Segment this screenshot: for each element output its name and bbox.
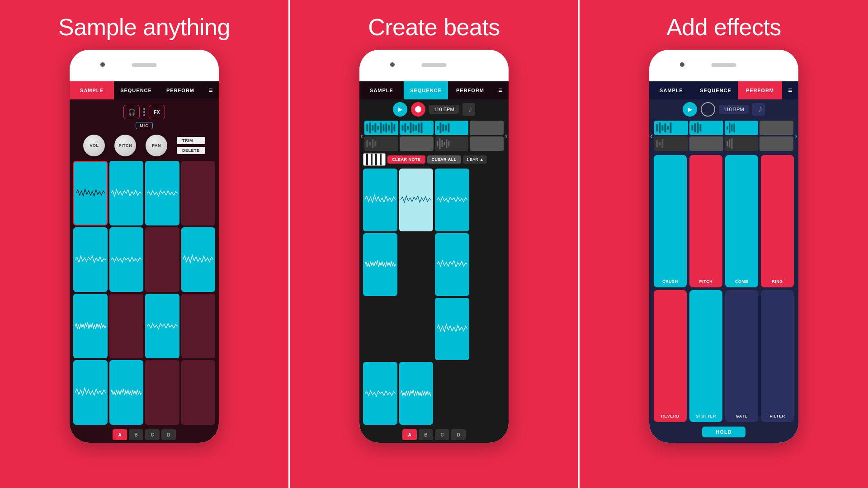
perf-pattern-3[interactable] <box>725 121 759 135</box>
play-button[interactable]: ▶ <box>393 102 407 117</box>
seq-pad-1-4[interactable] <box>471 169 505 231</box>
fx-stutter[interactable]: STUTTER <box>689 290 722 422</box>
perform-arrow-left[interactable]: ‹ <box>649 131 654 141</box>
menu-icon-2[interactable]: ≡ <box>492 81 509 99</box>
seq-pad-1-2[interactable] <box>399 169 434 231</box>
seq-pad-4-1[interactable] <box>363 362 397 425</box>
menu-icon-1[interactable]: ≡ <box>203 81 219 99</box>
pattern-arrow-right[interactable]: › <box>504 131 509 141</box>
fx-reverb[interactable]: REVERB <box>654 290 687 422</box>
perf-pattern-1[interactable] <box>654 121 688 135</box>
pad-2-2[interactable] <box>109 227 144 292</box>
seq-pad-3-1[interactable] <box>363 298 397 361</box>
perform-arrow-right[interactable]: › <box>793 131 798 141</box>
pattern-1[interactable] <box>364 121 398 135</box>
pad-3-3[interactable] <box>145 294 179 358</box>
btab-d-2[interactable]: D <box>451 429 466 440</box>
seq-pad-4-4[interactable] <box>471 362 505 425</box>
bar-selector[interactable]: 1 BAR ▲ <box>463 155 487 164</box>
fx-button[interactable]: FX <box>149 105 165 119</box>
bpm-display[interactable]: 110 BPM <box>429 105 458 114</box>
perf-pattern-8[interactable] <box>760 136 793 151</box>
fx-filter[interactable]: FILTER <box>761 290 794 422</box>
perf-pattern-4[interactable] <box>760 121 793 135</box>
pad-4-4[interactable] <box>181 360 216 425</box>
perf-pattern-7[interactable] <box>725 136 759 151</box>
pad-3-2[interactable] <box>109 294 144 358</box>
tab-sample-3[interactable]: SAMPLE <box>649 81 693 99</box>
seq-pad-4-3[interactable] <box>435 362 469 425</box>
tab-sequence-1[interactable]: SEQUENCE <box>114 81 158 99</box>
perform-bpm[interactable]: 110 BPM <box>719 105 748 114</box>
fx-crush[interactable]: CRUSH <box>654 155 687 287</box>
fx-comb[interactable]: COMB <box>725 155 758 287</box>
pad-4-2[interactable] <box>109 360 144 425</box>
metronome-button[interactable]: 𝅘𝅥𝅮 <box>462 103 475 116</box>
pattern-3[interactable] <box>435 121 469 135</box>
pad-4-1[interactable] <box>73 360 108 425</box>
pad-1-2[interactable] <box>109 161 144 225</box>
pattern-arrow-left[interactable]: ‹ <box>359 131 364 141</box>
perf-pattern-5[interactable] <box>654 136 688 151</box>
seq-pad-3-3[interactable] <box>435 298 469 361</box>
perform-play-button[interactable]: ▶ <box>683 102 697 117</box>
fx-ring[interactable]: RING <box>761 155 794 287</box>
pattern-2[interactable] <box>400 121 434 135</box>
perform-rec-button[interactable] <box>701 102 715 117</box>
pad-2-4[interactable] <box>181 227 216 292</box>
clear-note-button[interactable]: CLEAR NOTE <box>387 155 425 164</box>
perf-pattern-2[interactable] <box>689 121 723 135</box>
tab-perform-3[interactable]: PERFORM <box>738 81 782 99</box>
trim-button[interactable]: TRIM <box>177 137 205 144</box>
fx-pitch[interactable]: PITCH <box>689 155 722 287</box>
pattern-5[interactable] <box>364 136 398 151</box>
btab-a-1[interactable]: A <box>113 429 127 440</box>
btab-d-1[interactable]: D <box>161 429 176 440</box>
perf-pattern-6[interactable] <box>689 136 723 151</box>
btab-a-2[interactable]: A <box>402 429 417 440</box>
btab-c-2[interactable]: C <box>435 429 449 440</box>
tab-perform-1[interactable]: PERFORM <box>158 81 203 99</box>
pitch-knob[interactable]: PITCH <box>114 135 136 156</box>
tab-sample-2[interactable]: SAMPLE <box>359 81 404 99</box>
pattern-6[interactable] <box>400 136 434 151</box>
delete-button[interactable]: DELETE <box>177 147 205 154</box>
hold-button[interactable]: HOLD <box>702 427 745 437</box>
btab-c-1[interactable]: C <box>145 429 160 440</box>
fx-gate[interactable]: GATE <box>725 290 758 422</box>
pad-2-1[interactable] <box>73 227 108 292</box>
pad-4-3[interactable] <box>145 360 179 425</box>
pattern-7[interactable] <box>435 136 469 151</box>
btab-b-2[interactable]: B <box>419 429 433 440</box>
seq-pad-2-1[interactable] <box>363 233 397 296</box>
pad-1-1[interactable] <box>73 161 108 225</box>
seq-pad-3-4[interactable] <box>471 298 505 361</box>
tab-sample-1[interactable]: SAMPLE <box>70 81 114 99</box>
piano-keys[interactable] <box>363 153 386 166</box>
seq-pad-1-1[interactable] <box>363 169 397 231</box>
seq-pad-4-2[interactable] <box>399 362 434 425</box>
seq-pad-2-3[interactable] <box>435 233 469 296</box>
headphone-icon[interactable]: 🎧 <box>123 105 140 119</box>
clear-all-button[interactable]: CLEAR ALL <box>427 155 461 164</box>
seq-pad-2-2[interactable] <box>399 233 434 296</box>
tab-perform-2[interactable]: PERFORM <box>448 81 492 99</box>
record-button[interactable] <box>411 102 425 117</box>
pattern-4[interactable] <box>470 121 504 135</box>
pan-knob[interactable]: PAN <box>146 135 167 156</box>
pad-2-3[interactable] <box>145 227 179 292</box>
pad-3-1[interactable] <box>73 294 108 358</box>
seq-pad-2-4[interactable] <box>471 233 505 296</box>
tab-sequence-2[interactable]: SEQUENCE <box>404 81 448 99</box>
pad-3-4[interactable] <box>181 294 216 358</box>
seq-pad-3-2[interactable] <box>399 298 434 361</box>
vol-knob[interactable]: VOL <box>83 135 105 156</box>
pattern-8[interactable] <box>470 136 504 151</box>
btab-b-1[interactable]: B <box>129 429 143 440</box>
seq-pad-1-3[interactable] <box>435 169 469 231</box>
pad-1-3[interactable] <box>145 161 179 225</box>
tab-sequence-3[interactable]: SEQUENCE <box>693 81 738 99</box>
menu-icon-3[interactable]: ≡ <box>782 81 798 99</box>
pad-1-4[interactable] <box>181 161 216 225</box>
perform-metro[interactable]: 𝅘𝅥𝅮 <box>752 103 765 116</box>
